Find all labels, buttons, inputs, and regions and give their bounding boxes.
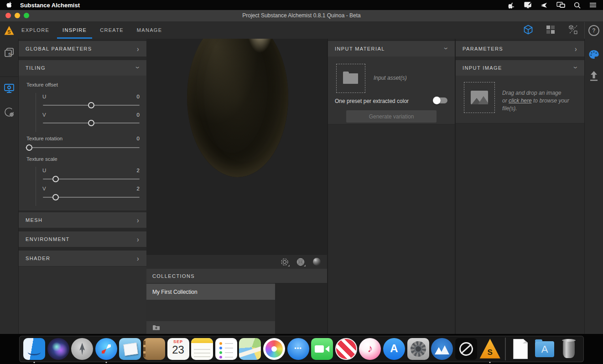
dock-icon-alchemist[interactable] <box>479 338 501 360</box>
menu-list-icon[interactable] <box>589 2 597 8</box>
scale-v-slider[interactable] <box>43 197 140 198</box>
3d-viewport[interactable] <box>146 39 327 254</box>
texture-offset-label: Texture offset <box>26 82 58 87</box>
preset-per-color-toggle[interactable] <box>434 97 447 103</box>
dock-icon-appstore[interactable] <box>383 338 405 360</box>
offset-v-slider[interactable] <box>43 123 140 123</box>
dock-icon-document[interactable] <box>509 338 531 360</box>
section-input-material[interactable]: INPUT MATERIAL › <box>328 41 455 56</box>
section-tiling[interactable]: TILING › <box>19 60 146 76</box>
environment-sphere-icon[interactable] <box>0 106 18 118</box>
dock-icon-news[interactable] <box>335 338 357 360</box>
offset-u-value: 0 <box>137 94 140 99</box>
generate-variation-button[interactable]: Generate variation <box>346 110 437 123</box>
trash-glyph <box>563 340 575 358</box>
offset-v-slider-handle[interactable] <box>88 120 94 126</box>
substance-assets-icon[interactable]: S <box>0 47 18 58</box>
menubar-app-name[interactable]: Substance Alchemist <box>20 2 80 9</box>
scale-v-slider-handle[interactable] <box>52 194 59 200</box>
dock-icon-itunes[interactable] <box>359 338 381 360</box>
collection-item-selected[interactable]: My First Collection <box>146 284 275 300</box>
preset-per-color-label: One preset per extracted color <box>335 98 409 104</box>
dock-icon-finder[interactable] <box>23 338 45 360</box>
browse-files-link[interactable]: click here <box>509 97 532 104</box>
help-button[interactable]: ? <box>584 22 603 39</box>
chevron-right-icon: › <box>137 236 140 243</box>
section-shader[interactable]: SHADER › <box>19 251 146 266</box>
section-environment[interactable]: ENVIRONMENT › <box>19 231 146 247</box>
apple-menu-icon[interactable] <box>6 2 13 9</box>
dock-icon-siri[interactable] <box>47 338 69 360</box>
offset-v-value: 0 <box>137 112 140 118</box>
section-global-parameters[interactable]: GLOBAL PARAMETERS › <box>19 41 146 56</box>
chevron-down-icon: › <box>135 67 142 69</box>
section-parameters[interactable]: PARAMETERS › <box>456 41 584 56</box>
offset-u-slider-handle[interactable] <box>88 102 94 108</box>
image-dropzone[interactable] <box>464 82 495 113</box>
add-collection-button[interactable] <box>146 321 275 334</box>
tab-create[interactable]: CREATE <box>94 22 129 39</box>
3d-view-icon[interactable] <box>523 24 534 37</box>
environment-rotation-icon[interactable] <box>280 257 290 267</box>
collections-header[interactable]: COLLECTIONS <box>146 269 327 283</box>
dock-icon-launchpad[interactable] <box>71 338 93 360</box>
left-panel-empty-area <box>19 267 146 334</box>
help-icon: ? <box>588 25 599 36</box>
dock-icon-appsfolder[interactable] <box>534 338 556 360</box>
export-upload-icon[interactable] <box>585 71 603 82</box>
facetime-glyph <box>311 338 333 360</box>
dock-icon-maps[interactable] <box>239 338 261 360</box>
tab-inspire[interactable]: INSPIRE <box>57 22 92 39</box>
mountain-glyph <box>431 338 453 360</box>
folder-icon <box>343 73 358 84</box>
viewport-settings-icon[interactable] <box>0 82 18 94</box>
scale-u-slider[interactable] <box>43 179 140 179</box>
dock-icon-subdesigner[interactable] <box>455 338 477 360</box>
tab-manage[interactable]: MANAGE <box>131 22 167 39</box>
photos-glyph <box>265 340 283 358</box>
dock-icon-notes[interactable] <box>191 338 213 360</box>
dock-icon-photos[interactable] <box>263 338 285 360</box>
dock-icon-messages[interactable] <box>287 338 309 360</box>
screen-mirroring-icon[interactable] <box>556 2 565 8</box>
dock-icon-sysprefs[interactable] <box>407 338 429 360</box>
input-material-empty-area <box>328 125 455 334</box>
send-3d-icon[interactable] <box>541 2 548 8</box>
display-edit-icon[interactable] <box>524 2 532 9</box>
section-mesh[interactable]: MESH › <box>19 212 146 228</box>
viewport-toolbar <box>146 254 327 269</box>
rotation-slider-handle[interactable] <box>26 144 32 151</box>
material-dropzone[interactable] <box>336 64 365 93</box>
split-view-icon[interactable] <box>567 24 578 37</box>
toggle-knob <box>433 97 441 104</box>
running-indicator <box>34 362 35 363</box>
document-glyph <box>513 339 528 359</box>
finder-glyph <box>28 349 41 355</box>
rotation-slider[interactable] <box>26 147 140 148</box>
display-globe-icon[interactable] <box>296 257 306 267</box>
dock-icon-mountain[interactable] <box>431 338 453 360</box>
section-input-image[interactable]: INPUT IMAGE › <box>456 60 584 76</box>
material-preview-mesh <box>187 39 288 177</box>
subdesigner-glyph <box>455 338 477 360</box>
offset-u-slider[interactable] <box>43 105 140 106</box>
color-palette-icon[interactable] <box>585 50 603 60</box>
dock-icon-facetime[interactable] <box>311 338 333 360</box>
dock-icon-mail[interactable] <box>119 338 141 360</box>
spotlight-search-icon[interactable] <box>574 2 581 9</box>
forklift-icon[interactable] <box>508 2 515 9</box>
dock-icon-safari[interactable] <box>95 338 117 360</box>
main-content: S GLOBAL PARAMETERS › TILING › Texture o… <box>0 39 603 334</box>
scale-u-slider-handle[interactable] <box>52 176 59 182</box>
collections-list: My First Collection <box>146 283 327 334</box>
material-ball-icon[interactable] <box>312 257 322 267</box>
dock-icon-calendar[interactable] <box>167 338 189 360</box>
offset-u-label: U <box>42 94 46 99</box>
dock-icon-contacts[interactable] <box>143 338 165 360</box>
desktop: Substance Alchemist Pro <box>0 0 603 364</box>
dock-icon-reminders[interactable] <box>215 338 237 360</box>
tab-explore[interactable]: EXPLORE <box>16 22 55 39</box>
2d-view-icon[interactable] <box>546 25 555 36</box>
dock-icon-trash[interactable] <box>558 338 580 360</box>
alchemist-logo-icon[interactable]: S <box>4 25 15 36</box>
